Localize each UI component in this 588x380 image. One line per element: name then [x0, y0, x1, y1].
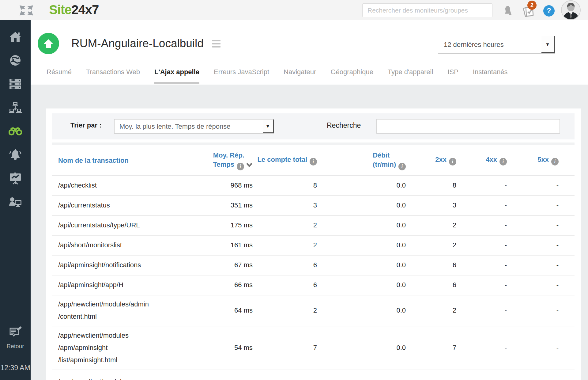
table-row[interactable]: /api/apminsight/notifications 67 ms 6 0.…	[52, 256, 575, 276]
transaction-name-cell: /api/apminsight/notifications	[52, 259, 205, 271]
avg-response-cell: 66 ms	[205, 281, 253, 289]
site24x7-logo[interactable]: Site24x7	[49, 2, 99, 17]
search-input[interactable]	[362, 3, 492, 17]
sort-by-select[interactable]: Moy. la plus lente. Temps de réponse ▼	[114, 119, 274, 134]
help-icon[interactable]: ?	[543, 5, 555, 17]
tab-l-ajax-appelle[interactable]: L'Ajax appelle	[154, 68, 199, 84]
retour-label[interactable]: Retour	[0, 343, 31, 350]
count-4xx-cell: -	[456, 221, 507, 229]
bell-icon[interactable]	[503, 5, 514, 17]
total-count-cell: 2	[253, 241, 317, 249]
table-row[interactable]: /api/apminsight/app/H 66 ms 6 0.0 6 - -	[52, 276, 575, 295]
avg-response-cell: 351 ms	[205, 201, 253, 209]
throughput-cell: 0.0	[317, 306, 406, 314]
transaction-name-cell: /api/apminsight/app/H	[52, 279, 205, 291]
col-throughput[interactable]: Débit (tr/min)i	[317, 151, 406, 170]
col-total-count[interactable]: Le compte totali	[253, 156, 317, 165]
col-avg-response-time[interactable]: Moy. Rép. Tempsi	[205, 151, 253, 170]
count-5xx-cell: -	[507, 201, 575, 209]
info-icon[interactable]: i	[310, 158, 317, 165]
tab-erreurs-javascript[interactable]: Erreurs JavaScript	[214, 68, 269, 84]
col-2xx[interactable]: 2xxi	[406, 156, 456, 165]
count-5xx-cell: -	[507, 306, 575, 314]
sort-by-value: Moy. la plus lente. Temps de réponse	[119, 123, 230, 131]
table-body: /api/checklist 968 ms 8 0.0 8 - - /api/c…	[52, 176, 575, 380]
reports-chart-icon[interactable]	[9, 173, 22, 184]
table-row[interactable]: /app/newclient/modules/apm/apminsight/li…	[52, 326, 575, 370]
sidebar: Retour 12:39 AM	[0, 20, 31, 380]
tab-isp[interactable]: ISP	[447, 68, 458, 84]
avg-response-cell: 54 ms	[205, 344, 253, 352]
globe-icon[interactable]	[9, 55, 22, 66]
info-icon[interactable]: i	[551, 158, 559, 165]
total-count-cell: 2	[253, 306, 317, 314]
tab-transactions-web[interactable]: Transactions Web	[86, 68, 140, 84]
tab-type-d-appareil[interactable]: Type d'appareil	[388, 68, 433, 84]
throughput-cell: 0.0	[317, 201, 406, 209]
count-4xx-cell: -	[456, 201, 507, 209]
throughput-cell: 0.0	[317, 261, 406, 269]
count-2xx-cell: 6	[406, 281, 456, 289]
info-icon[interactable]: i	[237, 163, 244, 170]
topbar: Site24x7 2 ?	[0, 0, 588, 20]
transaction-name-cell: /api/short/monitorslist	[52, 239, 205, 251]
tab-navigateur[interactable]: Navigateur	[284, 68, 316, 84]
avg-response-cell: 64 ms	[205, 306, 253, 314]
count-5xx-cell: -	[507, 181, 575, 189]
count-5xx-cell: -	[507, 221, 575, 229]
table-header-row: Nom de la transaction Moy. Rép. Tempsi L…	[52, 145, 575, 176]
throughput-cell: 0.0	[317, 344, 406, 352]
info-icon[interactable]: i	[398, 163, 406, 170]
count-4xx-cell: -	[456, 306, 507, 314]
transaction-name-cell: /app/newclient/modules/apm/apminsight/li…	[52, 329, 205, 366]
notification-badge: 2	[527, 1, 537, 10]
avg-response-cell: 161 ms	[205, 241, 253, 249]
menu-icon[interactable]	[212, 40, 221, 48]
table-row[interactable]: /api/short/monitorslist 161 ms 2 0.0 2 -…	[52, 236, 575, 256]
table-row[interactable]: /app/newclient/modules/admin/content.htm…	[52, 295, 575, 326]
table-row[interactable]: /app/newclient/modules	[52, 370, 575, 380]
servers-icon[interactable]	[9, 78, 22, 89]
tab-instantan-s[interactable]: Instantanés	[473, 68, 508, 84]
transaction-name-cell: /app/newclient/modules	[52, 376, 205, 380]
time-range-value: 12 dernières heures	[444, 41, 504, 49]
table-search-input[interactable]	[376, 119, 560, 134]
avatar[interactable]	[561, 0, 581, 20]
table-row[interactable]: /api/currentstatus/type/URL 175 ms 2 0.0…	[52, 216, 575, 236]
col-4xx[interactable]: 4xxi	[456, 156, 507, 165]
table-row[interactable]: /api/currentstatus 351 ms 3 0.0 3 - -	[52, 196, 575, 216]
throughput-cell: 0.0	[317, 281, 406, 289]
time-range-select[interactable]: 12 dernières heures ▼	[438, 36, 555, 54]
count-5xx-cell: -	[507, 261, 575, 269]
ajax-calls-table: Nom de la transaction Moy. Rép. Tempsi L…	[52, 145, 575, 380]
transaction-name-cell: /api/currentstatus	[52, 199, 205, 211]
tab-r-sum-[interactable]: Résumé	[47, 68, 72, 84]
col-transaction-name[interactable]: Nom de la transaction	[52, 157, 205, 165]
col-5xx[interactable]: 5xxi	[507, 156, 575, 165]
ajax-calls-card: Trier par : Moy. la plus lente. Temps de…	[46, 108, 581, 380]
tab-g-ographique[interactable]: Géographique	[330, 68, 373, 84]
table-row[interactable]: /api/checklist 968 ms 8 0.0 8 - -	[52, 176, 575, 196]
chevron-down-icon: ▼	[263, 120, 274, 133]
chevron-down-icon: ▼	[541, 36, 555, 53]
divider	[52, 142, 575, 145]
tab-bar: RésuméTransactions WebL'Ajax appelleErre…	[31, 68, 508, 84]
transaction-name-cell: /app/newclient/modules/admin/content.htm…	[52, 298, 205, 323]
sort-desc-icon[interactable]	[246, 161, 253, 169]
avg-response-cell: 67 ms	[205, 261, 253, 269]
feedback-icon[interactable]	[8, 335, 22, 340]
alerts-bell-icon[interactable]	[9, 149, 22, 160]
total-count-cell: 2	[253, 221, 317, 229]
count-2xx-cell: 2	[406, 221, 456, 229]
count-4xx-cell: -	[456, 241, 507, 249]
transaction-name-cell: /api/checklist	[52, 179, 205, 192]
count-4xx-cell: -	[456, 181, 507, 189]
rum-binoculars-icon[interactable]	[9, 126, 22, 137]
info-icon[interactable]: i	[499, 158, 507, 165]
expand-icon[interactable]	[20, 4, 33, 18]
home-icon[interactable]	[9, 31, 22, 42]
admin-icon[interactable]	[9, 196, 22, 207]
count-2xx-cell: 3	[406, 201, 456, 209]
info-icon[interactable]: i	[449, 158, 456, 165]
network-icon[interactable]	[9, 102, 22, 113]
